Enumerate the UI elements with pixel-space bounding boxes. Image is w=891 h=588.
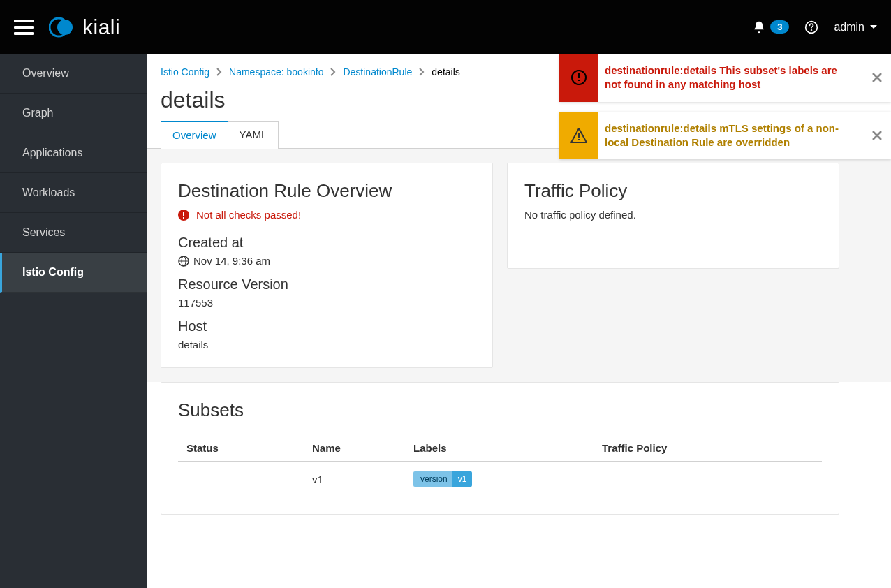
close-icon [872, 73, 882, 82]
table-row: v1 versionv1 [178, 462, 822, 497]
alert-error-icon [559, 54, 598, 102]
svg-rect-13 [578, 133, 580, 138]
host-value: details [178, 339, 476, 351]
breadcrumb-current: details [432, 66, 459, 78]
app-name: kiali [82, 15, 120, 39]
username: admin [834, 21, 864, 34]
resource-version-label: Resource Version [178, 277, 476, 293]
help-icon[interactable] [804, 20, 818, 34]
sidebar-item-services[interactable]: Services [0, 213, 147, 253]
label-key-chip: version [413, 471, 455, 487]
tab-yaml[interactable]: YAML [228, 121, 279, 149]
col-status: Status [178, 435, 304, 462]
svg-point-3 [811, 29, 812, 30]
bell-icon [752, 20, 766, 34]
sidebar-item-workloads[interactable]: Workloads [0, 173, 147, 213]
table-header-row: Status Name Labels Traffic Policy [178, 435, 822, 462]
alert-warning-text: destinationrule:details mTLS settings of… [598, 112, 863, 160]
validation-status-text: Not all checks passed! [196, 209, 301, 221]
kiali-logo-icon [49, 14, 75, 41]
svg-rect-6 [183, 217, 184, 219]
subsets-table: Status Name Labels Traffic Policy v1 ver… [178, 435, 822, 497]
sidebar-item-applications[interactable]: Applications [0, 133, 147, 173]
cell-traffic-policy [594, 462, 822, 497]
resource-version-value: 117553 [178, 297, 476, 309]
svg-point-1 [57, 20, 73, 35]
alert-error: destinationrule:details This subset's la… [559, 54, 891, 102]
chevron-right-icon [419, 68, 425, 76]
breadcrumb-link-namespace[interactable]: Namespace: bookinfo [229, 66, 323, 78]
chevron-right-icon [330, 68, 336, 76]
alert-stack: destinationrule:details This subset's la… [559, 54, 891, 169]
alert-error-text: destinationrule:details This subset's la… [598, 54, 863, 102]
col-labels: Labels [405, 435, 594, 462]
app-header: kiali 3 admin [0, 0, 891, 54]
chevron-right-icon [216, 68, 222, 76]
globe-icon [178, 256, 189, 267]
sidebar-item-istio-config[interactable]: Istio Config [0, 253, 147, 293]
created-at-value: Nov 14, 9:36 am [178, 255, 476, 267]
overview-card-title: Destination Rule Overview [178, 180, 476, 202]
traffic-policy-title: Traffic Policy [524, 180, 822, 202]
validation-status: Not all checks passed! [178, 209, 476, 221]
label-value-chip: v1 [452, 471, 473, 487]
host-label: Host [178, 318, 476, 335]
sidebar-nav: Overview Graph Applications Workloads Se… [0, 54, 147, 588]
sidebar-item-graph[interactable]: Graph [0, 94, 147, 133]
notifications-button[interactable]: 3 [752, 20, 789, 34]
traffic-policy-none-text: No traffic policy defined. [524, 209, 822, 221]
breadcrumb-link-istio-config[interactable]: Istio Config [161, 66, 209, 78]
alert-warning: destinationrule:details mTLS settings of… [559, 112, 891, 160]
subsets-card: Subsets Status Name Labels Traffic Polic… [161, 382, 839, 515]
user-menu[interactable]: admin [834, 21, 877, 34]
created-at-label: Created at [178, 235, 476, 251]
traffic-policy-card: Traffic Policy No traffic policy defined… [507, 163, 839, 269]
svg-rect-5 [183, 212, 184, 216]
close-icon [872, 131, 882, 140]
svg-rect-11 [578, 73, 580, 78]
breadcrumb-link-type[interactable]: DestinationRule [343, 66, 412, 78]
app-logo[interactable]: kiali [49, 14, 120, 41]
col-traffic-policy: Traffic Policy [594, 435, 822, 462]
sidebar-item-overview[interactable]: Overview [0, 54, 147, 94]
cell-labels: versionv1 [405, 462, 594, 497]
chevron-down-icon [870, 25, 877, 29]
hamburger-menu-icon[interactable] [14, 20, 34, 35]
cell-name: v1 [304, 462, 405, 497]
tab-overview[interactable]: Overview [161, 121, 228, 149]
subsets-title: Subsets [178, 399, 822, 421]
alert-warning-icon [559, 112, 598, 160]
col-name: Name [304, 435, 405, 462]
cell-status [178, 462, 304, 497]
svg-rect-14 [578, 139, 580, 140]
notification-count-badge: 3 [770, 20, 789, 34]
alert-close-button[interactable] [863, 54, 891, 102]
alert-close-button[interactable] [863, 112, 891, 160]
destination-rule-overview-card: Destination Rule Overview Not all checks… [161, 163, 493, 368]
error-icon [178, 210, 189, 221]
svg-rect-12 [578, 80, 580, 81]
